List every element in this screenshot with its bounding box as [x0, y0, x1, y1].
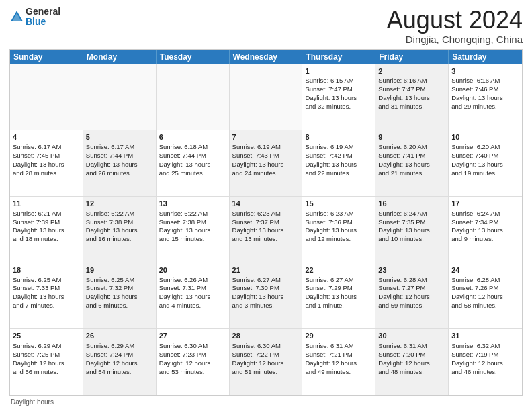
day-header-sunday: Sunday [10, 50, 83, 64]
day-info: Sunrise: 6:25 AM [86, 276, 153, 285]
day-info: Daylight: 13 hours [13, 161, 80, 169]
day-number: 31 [451, 331, 519, 341]
day-info: and 28 minutes. [13, 169, 80, 178]
day-info: and 21 minutes. [378, 169, 445, 178]
day-number: 16 [378, 199, 445, 209]
day-cell-9: 9Sunrise: 6:20 AMSunset: 7:41 PMDaylight… [375, 130, 449, 196]
day-info: and 22 minutes. [305, 169, 372, 178]
day-info: and 53 minutes. [159, 368, 226, 377]
empty-cell [157, 64, 230, 130]
day-number: 6 [159, 132, 226, 142]
day-number: 23 [378, 265, 445, 275]
day-info: Sunset: 7:20 PM [378, 351, 445, 359]
day-info: Sunrise: 6:15 AM [305, 77, 372, 85]
title-block: August 2024 Dingjia, Chongqing, China [387, 7, 523, 45]
day-cell-30: 30Sunrise: 6:31 AMSunset: 7:20 PMDayligh… [375, 329, 449, 395]
day-cell-15: 15Sunrise: 6:23 AMSunset: 7:36 PMDayligh… [302, 197, 375, 263]
day-cell-23: 23Sunrise: 6:28 AMSunset: 7:27 PMDayligh… [375, 263, 449, 329]
logo: General Blue [9, 7, 60, 28]
day-info: Daylight: 13 hours [86, 226, 153, 235]
day-info: Sunset: 7:31 PM [159, 284, 226, 293]
day-header-saturday: Saturday [449, 50, 522, 64]
calendar-row-0: 1Sunrise: 6:15 AMSunset: 7:47 PMDaylight… [10, 64, 522, 131]
day-info: Sunrise: 6:30 AM [159, 342, 226, 351]
logo-icon [9, 9, 24, 24]
day-info: Sunrise: 6:26 AM [159, 276, 226, 285]
day-info: Sunrise: 6:18 AM [159, 143, 226, 152]
day-number: 15 [305, 199, 372, 209]
day-info: Sunset: 7:41 PM [378, 152, 445, 161]
day-info: and 6 minutes. [86, 302, 153, 310]
day-info: and 51 minutes. [232, 368, 300, 377]
day-info: Sunset: 7:23 PM [159, 351, 226, 359]
day-info: and 18 minutes. [13, 235, 80, 244]
day-info: Sunset: 7:36 PM [305, 218, 372, 227]
calendar-row-2: 11Sunrise: 6:21 AMSunset: 7:39 PMDayligh… [10, 197, 522, 263]
day-cell-5: 5Sunrise: 6:17 AMSunset: 7:44 PMDaylight… [83, 130, 157, 196]
day-cell-29: 29Sunrise: 6:31 AMSunset: 7:21 PMDayligh… [302, 329, 375, 395]
day-info: Sunset: 7:24 PM [86, 351, 153, 359]
day-info: Sunset: 7:34 PM [451, 218, 519, 227]
day-info: Sunrise: 6:22 AM [159, 210, 226, 218]
day-number: 1 [305, 66, 372, 77]
day-info: Sunrise: 6:17 AM [86, 143, 153, 152]
day-cell-24: 24Sunrise: 6:28 AMSunset: 7:26 PMDayligh… [449, 263, 522, 329]
day-info: Sunset: 7:32 PM [86, 284, 153, 293]
day-info: Sunrise: 6:19 AM [305, 143, 372, 152]
day-info: Daylight: 12 hours [86, 359, 153, 368]
day-info: Daylight: 13 hours [378, 161, 445, 169]
day-number: 13 [159, 199, 226, 209]
day-info: Daylight: 13 hours [378, 226, 445, 235]
day-info: Sunset: 7:40 PM [451, 152, 519, 161]
day-cell-27: 27Sunrise: 6:30 AMSunset: 7:23 PMDayligh… [157, 329, 230, 395]
day-info: Sunset: 7:27 PM [378, 284, 445, 293]
day-number: 18 [13, 265, 80, 275]
day-info: Sunset: 7:21 PM [305, 351, 372, 359]
day-info: Daylight: 13 hours [159, 293, 226, 302]
day-info: Sunset: 7:45 PM [13, 152, 80, 161]
day-info: Sunrise: 6:20 AM [451, 143, 519, 152]
day-header-tuesday: Tuesday [157, 50, 230, 64]
day-info: Daylight: 13 hours [305, 226, 372, 235]
day-info: Daylight: 13 hours [86, 293, 153, 302]
day-info: and 32 minutes. [305, 103, 372, 111]
day-header-thursday: Thursday [302, 50, 375, 64]
day-info: and 54 minutes. [86, 368, 153, 377]
day-info: Sunrise: 6:24 AM [451, 210, 519, 218]
day-number: 4 [13, 132, 80, 142]
day-cell-25: 25Sunrise: 6:29 AMSunset: 7:25 PMDayligh… [10, 329, 83, 395]
day-header-wednesday: Wednesday [230, 50, 303, 64]
day-cell-21: 21Sunrise: 6:27 AMSunset: 7:30 PMDayligh… [230, 263, 303, 329]
day-info: and 49 minutes. [305, 368, 372, 377]
day-info: Sunset: 7:38 PM [86, 218, 153, 227]
day-info: Daylight: 12 hours [13, 359, 80, 368]
day-info: Daylight: 12 hours [378, 359, 445, 368]
day-info: and 9 minutes. [451, 235, 519, 244]
day-info: and 31 minutes. [378, 103, 445, 111]
day-info: Sunset: 7:47 PM [305, 85, 372, 94]
calendar-row-3: 18Sunrise: 6:25 AMSunset: 7:33 PMDayligh… [10, 263, 522, 330]
logo-text: General Blue [26, 7, 60, 28]
day-info: and 19 minutes. [451, 169, 519, 178]
day-info: and 56 minutes. [13, 368, 80, 377]
day-number: 21 [232, 265, 300, 275]
day-info: Daylight: 13 hours [451, 94, 519, 103]
calendar-body: 1Sunrise: 6:15 AMSunset: 7:47 PMDaylight… [10, 64, 522, 395]
day-info: Sunrise: 6:32 AM [451, 342, 519, 351]
day-info: Daylight: 13 hours [159, 226, 226, 235]
header: General Blue August 2024 Dingjia, Chongq… [9, 7, 523, 45]
day-info: Daylight: 13 hours [13, 226, 80, 235]
day-info: Daylight: 12 hours [159, 359, 226, 368]
day-number: 7 [232, 132, 300, 142]
day-info: Daylight: 13 hours [378, 94, 445, 103]
day-info: Sunset: 7:44 PM [159, 152, 226, 161]
day-info: Sunrise: 6:19 AM [232, 143, 300, 152]
empty-cell [83, 64, 157, 130]
day-number: 3 [451, 66, 519, 77]
day-info: Sunrise: 6:27 AM [232, 276, 300, 285]
day-info: Sunrise: 6:31 AM [378, 342, 445, 351]
day-info: Sunrise: 6:17 AM [13, 143, 80, 152]
day-number: 27 [159, 331, 226, 341]
day-info: and 7 minutes. [13, 302, 80, 310]
day-cell-7: 7Sunrise: 6:19 AMSunset: 7:43 PMDaylight… [230, 130, 303, 196]
